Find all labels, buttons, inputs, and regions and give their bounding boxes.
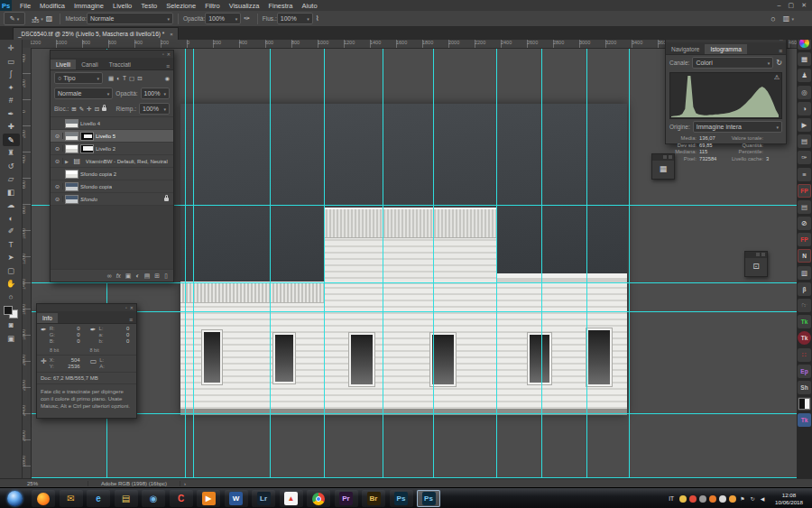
healing-brush-tool[interactable]: ✚ [3,120,20,134]
close-button[interactable]: ✕ [801,2,807,9]
layer-row[interactable]: ⊙Livello 2 [51,143,173,155]
tab-canali[interactable]: Canali [76,60,103,69]
panel-menu-icon[interactable]: ≡ [129,317,136,323]
menu-item-aiuto[interactable]: Aiuto [298,2,322,10]
taskbar-chrome[interactable] [307,490,330,507]
link-layers-icon[interactable]: ∞ [107,272,112,279]
shape-tool[interactable]: ▢ [3,264,20,278]
path-selection-tool[interactable]: ➤ [3,251,20,264]
document-tab[interactable]: _DSC6540.tif @ 25% (Livello 5, Maschera … [13,27,179,40]
brush-tool[interactable]: ✎ [3,134,20,147]
chevron-down-icon[interactable]: ▾ [41,16,43,22]
new-layer-icon[interactable]: ⊞ [154,272,160,280]
taskbar-word[interactable]: W [225,490,248,507]
start-button[interactable] [7,491,23,506]
menu-item-testo[interactable]: Testo [136,2,161,10]
dodge-tool[interactable]: ◐ [3,212,20,226]
brush-preset-picker[interactable]: ● 325 [32,15,39,23]
b5-panel-icon[interactable]: β [798,282,811,296]
lock-paint-icon[interactable]: ✎ [79,106,84,113]
menu-item-visualizza[interactable]: Visualizza [225,2,264,10]
tray-gray-icon[interactable] [699,495,706,503]
layer-mask-thumbnail[interactable] [80,144,94,153]
taskbar-photoshop-active[interactable]: Ps [417,490,440,507]
close-panel-icon[interactable]: ✕ [167,51,171,57]
tab-tracciati[interactable]: Tracciati [104,60,136,69]
status-chevron-icon[interactable]: › [184,481,186,486]
taskbar-ie[interactable]: e [87,490,110,507]
building-panel-icon[interactable]: ▦ [798,52,811,66]
tray-volume-icon[interactable]: ◀ [759,495,766,503]
guide[interactable] [31,282,797,283]
layer-row[interactable]: ⊙Sfondo copia [51,180,173,193]
color-swatches[interactable] [4,306,18,319]
document-image[interactable] [180,104,627,415]
menu-item-file[interactable]: File [15,2,35,10]
filter-smart-icon[interactable]: ⊡ [137,75,142,82]
tray-color-icon[interactable] [679,495,687,503]
adjustment-layer-icon[interactable]: ◐ [135,272,139,279]
taskbar-outlook[interactable]: ✉ [60,490,83,507]
layer-thumbnail[interactable] [65,170,78,179]
panel-menu-icon[interactable]: ≡ [779,48,786,54]
collapse-panel-icon[interactable]: ▫ [125,305,127,310]
layer-filter-select[interactable]: ○ Tipo ▾ [54,72,103,84]
tray-flag-icon[interactable]: ⚑ [739,495,746,503]
lock-all-icon[interactable] [102,107,106,111]
filter-type-icon[interactable]: T [123,75,126,82]
lock-move-icon[interactable]: ✛ [87,106,91,113]
collapsed-panel-2[interactable]: ⊡ [744,251,768,277]
close-tab-icon[interactable]: × [170,32,173,37]
sliders-panel-icon[interactable]: ≡ [798,168,811,181]
move-tool[interactable]: ✛ [3,42,20,55]
hand-panel-icon[interactable]: ☞ [798,299,811,312]
blend-mode-select[interactable]: Normale ▾ [87,13,173,24]
visibility-toggle[interactable]: ⊙ [52,133,63,139]
zoom-tool[interactable]: ○ [3,291,20,304]
sh-panel-icon[interactable]: Sh [798,381,811,394]
tool-preset-picker[interactable]: ✎ ▾ [4,12,25,25]
taskbar-explorer[interactable]: ▤ [115,490,138,507]
layer-thumbnail[interactable] [65,182,78,191]
workspace-switcher[interactable]: ▥ ▾ [783,14,794,23]
red-grid-icon[interactable]: ∷ [798,348,811,362]
menu-item-filtro[interactable]: Filtro [200,2,225,10]
close-panel-icon[interactable]: ✕ [130,305,134,310]
filter-pixel-icon[interactable]: ▦ [108,75,114,82]
layer-mask-thumbnail[interactable] [80,132,94,141]
menu-item-finestra[interactable]: Finestra [263,2,297,10]
pen-tool[interactable]: ✐ [3,225,20,238]
zoom-level-field[interactable]: 25% [27,481,38,486]
delete-layer-icon[interactable]: ▯ [164,272,168,280]
tk-red-icon[interactable]: Tk [798,331,811,345]
blend-mode-layers-select[interactable]: Normale ▾ [54,88,113,99]
marquee-tool[interactable]: ▭ [3,55,20,69]
tk-green-icon[interactable]: Tk [798,315,811,328]
tab-livelli[interactable]: Livelli [51,60,76,69]
tk-multi-icon[interactable]: Tk [798,413,811,427]
nik-panel-icon[interactable]: N [798,249,811,263]
layers-opacity-select[interactable]: 100% ▾ [141,88,170,99]
taskbar-photoshop[interactable]: Ps [390,490,413,507]
tab-istogramma[interactable]: Istogramma [705,44,746,54]
panel-menu-icon[interactable]: ≡ [166,63,173,69]
taskbar-firefox[interactable] [32,490,55,507]
guide[interactable] [31,413,797,414]
export-person-icon[interactable]: ♟ [798,69,811,82]
refresh-histogram-icon[interactable]: ↻ [776,59,782,67]
levels-panel-icon[interactable]: ▤ [798,134,811,148]
lock-transparency-icon[interactable]: ⊞ [71,106,76,113]
tab-info[interactable]: Info [37,313,58,323]
language-indicator[interactable]: IT [669,495,674,502]
layer-thumbnail[interactable] [65,132,78,141]
blur-tool[interactable]: ☁ [3,199,20,212]
tray-white-icon[interactable] [719,495,726,503]
layer-row[interactable]: ⊙▶▤VitaminBW - Default, Red, Neutral [51,155,173,168]
no-symbol-icon[interactable]: ⊘ [798,217,811,230]
lens-icon[interactable]: ◎ [798,86,811,99]
menu-item-modifica[interactable]: Modifica [35,2,69,10]
menu-item-immagine[interactable]: Immagine [69,2,108,10]
visibility-toggle[interactable]: ⊙ [52,158,63,164]
layer-row[interactable]: Sfondo copia 2 [51,168,173,180]
fp-panel-icon[interactable]: FP [798,184,811,198]
